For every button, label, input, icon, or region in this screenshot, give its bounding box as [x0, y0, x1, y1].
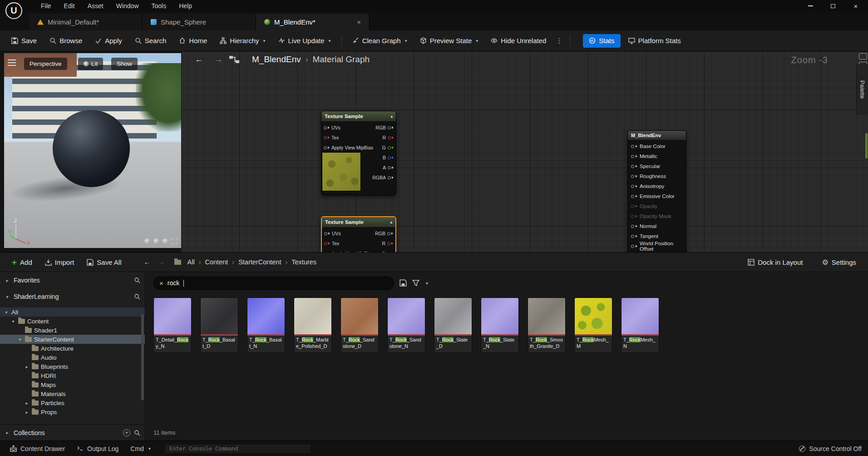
settings-button[interactable]: ⚙ Settings	[817, 255, 861, 269]
chevron-right-icon[interactable]: ▸	[24, 410, 30, 415]
breadcrumb-graph-name[interactable]: Material Graph	[312, 55, 370, 64]
asset-t-rock-sandstone-d[interactable]: T_Rock_Sandstone_D	[340, 297, 379, 353]
save-search-icon[interactable]	[399, 279, 407, 287]
result-pin-opacity[interactable]: Opacity	[628, 201, 686, 211]
output-pin-rgba[interactable]: RGBA	[372, 173, 394, 182]
node-header[interactable]: Texture Sample ▴	[322, 217, 395, 227]
node-header[interactable]: M_BlendEnv	[628, 131, 686, 140]
tree-item-startercontent[interactable]: ▾StarterContent	[0, 335, 145, 344]
output-pin-rgb[interactable]: RGB	[375, 123, 394, 132]
collection-root-section[interactable]: ▾ ShaderLearning	[0, 288, 145, 305]
input-pin-tex[interactable]: Tex	[324, 239, 339, 248]
stats-button[interactable]: Stats	[583, 34, 620, 48]
breadcrumb-startercontent[interactable]: StarterContent	[238, 258, 281, 266]
hierarchy-button[interactable]: Hierarchy ▾	[215, 33, 270, 49]
material-graph-canvas[interactable]: ← → M_BlendEnv › Material Graph Zoom -3 …	[181, 51, 868, 252]
chevron-right-icon[interactable]: ▸	[5, 278, 10, 283]
asset-t-rock-marble-polished-d[interactable]: T_Rock_Marble_Polished_D	[294, 297, 332, 353]
save-button[interactable]: Save	[6, 33, 42, 49]
save-all-button[interactable]: Save All	[82, 255, 126, 269]
menu-asset[interactable]: Asset	[81, 0, 110, 12]
input-pin-uvs[interactable]: UVs	[324, 123, 340, 132]
tree-item-all[interactable]: ▾All	[0, 307, 145, 317]
path-back-button[interactable]: ←	[142, 257, 153, 268]
output-pin-b[interactable]: B	[383, 153, 394, 162]
input-pin-uvs[interactable]: UVs	[324, 229, 341, 238]
clear-search-icon[interactable]: ×	[159, 279, 163, 287]
back-arrow-icon[interactable]: ←	[189, 55, 209, 64]
tree-item-audio[interactable]: Audio	[0, 353, 145, 362]
content-drawer-button[interactable]: Content Drawer	[6, 442, 69, 455]
add-collection-icon[interactable]: +	[123, 429, 130, 436]
lit-mode-button[interactable]: Lit	[78, 58, 103, 70]
tree-item-architecture[interactable]: Architecture	[0, 344, 145, 353]
tab-minimal-default[interactable]: Minimal_Default*	[29, 14, 143, 30]
asset-t-rockmesh-n[interactable]: T_RockMesh_N	[621, 297, 659, 353]
tree-item-blueprints[interactable]: ▸Blueprints	[0, 362, 145, 371]
live-update-button[interactable]: Live Update ▾	[273, 33, 336, 49]
show-button[interactable]: Show	[111, 58, 138, 70]
asset-search-input[interactable]: × rock	[153, 277, 394, 290]
collapse-node-icon[interactable]: ▴	[390, 114, 393, 119]
viewport-menu-icon[interactable]	[8, 59, 16, 60]
home-button[interactable]: Home	[174, 33, 212, 49]
result-pin-roughness[interactable]: Roughness	[628, 171, 686, 181]
cylinder-preview-icon[interactable]	[144, 238, 150, 244]
close-button[interactable]: ×	[848, 0, 863, 11]
chevron-down-icon[interactable]: ▾	[4, 310, 9, 315]
chevron-down-icon[interactable]: ▾	[426, 281, 428, 286]
dock-in-layout-button[interactable]: Dock in Layout	[743, 255, 807, 269]
output-pin-r[interactable]: R	[382, 133, 394, 142]
search-icon[interactable]	[134, 293, 140, 300]
tab-shape-sphere[interactable]: Shape_Sphere	[143, 14, 256, 30]
input-pin-apply-view-mipbias[interactable]: Apply View MipBias	[324, 143, 373, 152]
output-log-button[interactable]: Output Log	[73, 442, 122, 455]
breadcrumb-all[interactable]: All	[187, 258, 195, 266]
platform-stats-button[interactable]: Platform Stats	[623, 33, 686, 49]
material-result-node[interactable]: M_BlendEnv Base ColorMetallicSpecularRou…	[627, 130, 686, 252]
tree-item-materials[interactable]: Materials	[0, 389, 145, 398]
expand-icon[interactable]	[172, 238, 178, 244]
grid-view-icon[interactable]	[859, 53, 867, 59]
asset-t-rock-slate-d[interactable]: T_Rock_Slate_D	[434, 297, 472, 353]
result-pin-base-color[interactable]: Base Color	[628, 141, 686, 151]
breadcrumb-content[interactable]: Content	[205, 258, 228, 266]
palette-scroll-indicator[interactable]	[865, 133, 868, 159]
perspective-button[interactable]: Perspective	[24, 58, 67, 70]
breadcrumb-material-name[interactable]: M_BlendEnv	[252, 55, 301, 64]
result-pin-specular[interactable]: Specular	[628, 161, 686, 171]
menu-tools[interactable]: Tools	[145, 0, 173, 12]
result-pin-normal[interactable]: Normal	[628, 221, 686, 231]
palette-sidebar-tab[interactable]: Palette	[856, 64, 868, 115]
preview-sphere[interactable]	[53, 110, 130, 187]
asset-t-rock-slate-n[interactable]: T_Rock_Slate_N	[481, 297, 519, 353]
unreal-logo[interactable]: U	[5, 2, 22, 19]
result-pin-anisotropy[interactable]: Anisotropy	[628, 181, 686, 191]
tree-item-shader1[interactable]: Shader1	[0, 326, 145, 335]
search-button[interactable]: Search	[130, 33, 172, 49]
chevron-right-icon[interactable]: ▸	[24, 364, 30, 369]
menu-edit[interactable]: Edit	[58, 0, 81, 12]
maximize-button[interactable]	[825, 0, 841, 11]
asset-t-rockmesh-m[interactable]: T_RockMesh_M	[574, 297, 612, 353]
result-pin-tangent[interactable]: Tangent	[628, 231, 686, 241]
console-command-input[interactable]: Enter Console Command	[164, 444, 311, 454]
menu-help[interactable]: Help	[173, 0, 198, 12]
result-pin-emissive-color[interactable]: Emissive Color	[628, 191, 686, 201]
collapse-node-icon[interactable]: ▴	[390, 220, 392, 224]
search-icon[interactable]	[134, 277, 140, 283]
tree-item-content[interactable]: ▾Content	[0, 317, 145, 326]
source-control-button[interactable]: Source Control Off	[799, 445, 862, 452]
hide-unrelated-button[interactable]: Hide Unrelated	[486, 33, 551, 49]
favorites-section[interactable]: ▸ Favorites	[0, 272, 145, 288]
asset-t-rock-basalt-n[interactable]: T_Rock_Basalt_N	[247, 297, 285, 353]
result-pin-opacity-mask[interactable]: Opacity Mask	[628, 211, 686, 221]
cmd-selector[interactable]: Cmd ▾	[127, 442, 154, 455]
texture-sample-node-2[interactable]: Texture Sample ▴ UVsTexApply View MipBia…	[321, 216, 396, 252]
chevron-right-icon[interactable]: ▸	[5, 430, 10, 435]
node-header[interactable]: Texture Sample ▴	[321, 111, 396, 121]
search-icon[interactable]	[134, 430, 140, 436]
path-forward-button[interactable]: →	[156, 257, 167, 268]
output-pin-a[interactable]: A	[383, 163, 394, 172]
texture-sample-node-1[interactable]: Texture Sample ▴ UVsTexApply View MipBia…	[321, 111, 396, 195]
